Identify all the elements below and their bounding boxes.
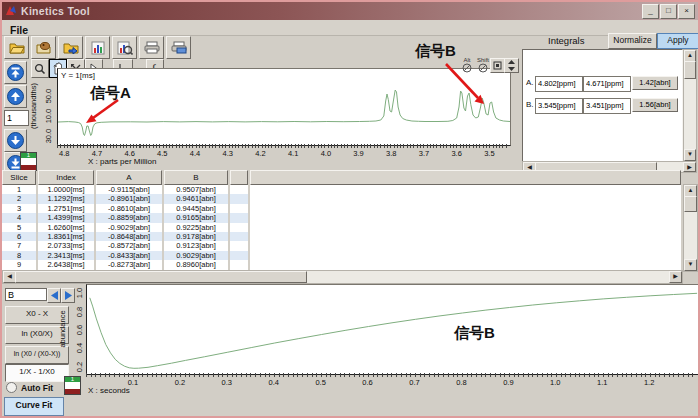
table-cell: 1.0000[ms]: [38, 185, 94, 194]
integrals-vscrollbar[interactable]: ▲ ▼: [683, 49, 697, 162]
spinner-right-button[interactable]: [61, 288, 75, 303]
axis-tick-label: 4.3: [223, 149, 233, 158]
print-setup-button[interactable]: [166, 36, 191, 59]
arrow-up-bar-icon: [7, 64, 24, 81]
fit-ln-x0-x0x-button[interactable]: ln (X0 / (X0-X)): [5, 346, 69, 364]
table-cell: -0.8859[abn]: [96, 213, 162, 222]
print-icon: [144, 41, 160, 54]
curve-x-ticks: 0.10.20.30.40.50.60.70.80.91.01.11.2: [86, 373, 697, 385]
axis-tick-label: 0.8: [456, 378, 466, 387]
vertical-scale-button[interactable]: [504, 58, 519, 73]
integral-row-label: B.: [526, 100, 534, 109]
axis-tick-label: 0.5: [315, 378, 325, 387]
integral-b-from-input[interactable]: [535, 98, 583, 114]
axis-tick-label: 1.0: [75, 288, 84, 298]
open-folder-icon: [9, 41, 25, 54]
magnifier-tool-button[interactable]: [31, 59, 49, 78]
table-cell: 0.9507[abn]: [164, 185, 228, 194]
slice-badge-bottom[interactable]: 1: [64, 376, 81, 395]
fit-1x-1x0-button[interactable]: 1/X - 1/X0: [5, 364, 69, 382]
table-header-cell[interactable]: [250, 170, 681, 185]
integrals-title: Integrals: [548, 35, 584, 46]
kinetics-tool-window: Kinetics Tool _ □ × File x ∫ (thousan: [0, 0, 700, 418]
spectrum-x-ticks: 4.84.74.64.54.44.34.24.14.03.93.83.73.63…: [57, 144, 509, 156]
table-header-cell[interactable]: [230, 170, 248, 185]
maximize-button[interactable]: □: [660, 4, 677, 19]
integral-b-to-input[interactable]: [583, 98, 631, 114]
table-row[interactable]: 61.8361[ms]-0.8648[abn]0.9178[abn]: [2, 232, 681, 241]
signal-select-input[interactable]: [5, 288, 47, 301]
close-button[interactable]: ×: [678, 4, 695, 19]
table-row[interactable]: 51.6260[ms]-0.9029[abn]0.9225[abn]: [2, 223, 681, 232]
table-cell: -0.8572[abn]: [96, 241, 162, 250]
table-cell: [230, 241, 248, 250]
report-button[interactable]: [85, 36, 110, 59]
table-hscrollbar[interactable]: ◀ ▶: [2, 270, 683, 284]
table-cell: 2: [2, 194, 36, 203]
normalize-button[interactable]: Normalize: [608, 33, 657, 49]
arrow-down-icon: [7, 132, 24, 149]
title-bar[interactable]: Kinetics Tool _ □ ×: [2, 2, 698, 20]
main-toolbar: [4, 36, 191, 59]
curve-x-axis-label: X : seconds: [88, 386, 130, 395]
print-setup-icon: [171, 41, 187, 54]
table-cell: [230, 185, 248, 194]
menu-file[interactable]: File: [2, 23, 36, 37]
go-first-slice-button[interactable]: [4, 61, 27, 84]
integral-a-from-input[interactable]: [535, 76, 583, 92]
table-header-cell[interactable]: A: [96, 170, 162, 185]
curve-fit-button[interactable]: Curve Fit: [4, 397, 64, 416]
spectrum-y-axis-unit: (thousandths): [29, 83, 38, 129]
table-cell: -0.8961[abn]: [96, 194, 162, 203]
table-row[interactable]: 92.6438[ms]-0.8273[abn]0.8960[abn]: [2, 260, 681, 269]
table-header-cell[interactable]: Slice: [2, 170, 36, 185]
table-row[interactable]: 11.0000[ms]-0.9115[abn]0.9507[abn]: [2, 185, 681, 194]
table-header-cell[interactable]: Index: [38, 170, 94, 185]
export-folder-button[interactable]: [58, 36, 83, 59]
previous-slice-button[interactable]: [4, 85, 27, 108]
apply-button[interactable]: Apply: [657, 33, 699, 49]
window-title: Kinetics Tool: [21, 5, 90, 17]
open-folder-button[interactable]: [4, 36, 29, 59]
table-row[interactable]: 31.2751[ms]-0.8610[abn]0.9445[abn]: [2, 204, 681, 213]
table-row[interactable]: 82.3413[ms]-0.8433[abn]0.9029[abn]: [2, 251, 681, 260]
axis-tick-label: 4.2: [255, 149, 265, 158]
table-cell: 0.9225[abn]: [164, 223, 228, 232]
axis-tick-label: 3.9: [353, 149, 363, 158]
table-cell: [250, 241, 681, 250]
minimize-button[interactable]: _: [642, 4, 659, 19]
axis-tick-label: 0.3: [222, 378, 232, 387]
slice-number-input[interactable]: [4, 110, 29, 126]
report-search-button[interactable]: [112, 36, 137, 59]
axis-tick-label: 0.9: [503, 378, 513, 387]
table-cell: 4: [2, 213, 36, 222]
table-cell: 1: [2, 185, 36, 194]
signal-spinner: [5, 288, 75, 303]
auto-fit-checkbox[interactable]: [6, 382, 17, 393]
axis-tick-label: 3.6: [451, 149, 461, 158]
open-data-button[interactable]: [31, 36, 56, 59]
table-row[interactable]: 41.4399[ms]-0.8859[abn]0.9165[abn]: [2, 213, 681, 222]
table-cell: [250, 251, 681, 260]
axis-tick-label: 1.0: [550, 378, 560, 387]
next-slice-button[interactable]: [4, 129, 27, 152]
print-button[interactable]: [139, 36, 164, 59]
spinner-left-button[interactable]: [47, 288, 61, 303]
table-cell: 2.3413[ms]: [38, 251, 94, 260]
table-cell: 3: [2, 204, 36, 213]
table-row[interactable]: 21.1292[ms]-0.8961[abn]0.9461[abn]: [2, 194, 681, 203]
integral-b-value: 1.56[abn]: [632, 98, 678, 112]
table-header-cell[interactable]: B: [164, 170, 228, 185]
curve-plot[interactable]: [86, 284, 699, 375]
table-cell: [250, 204, 681, 213]
axis-tick-label: 4.1: [288, 149, 298, 158]
frame-mode-button[interactable]: [490, 58, 505, 73]
open-data-icon: [36, 41, 52, 54]
integral-a-to-input[interactable]: [583, 76, 631, 92]
table-vscrollbar[interactable]: ▲ ▼: [683, 184, 698, 272]
table-cell: [230, 204, 248, 213]
shift-no-zoom-icon: [478, 63, 488, 73]
slice-badge[interactable]: 1: [20, 152, 37, 171]
table-cell: [230, 213, 248, 222]
table-row[interactable]: 72.0733[ms]-0.8572[abn]0.9123[abn]: [2, 241, 681, 250]
